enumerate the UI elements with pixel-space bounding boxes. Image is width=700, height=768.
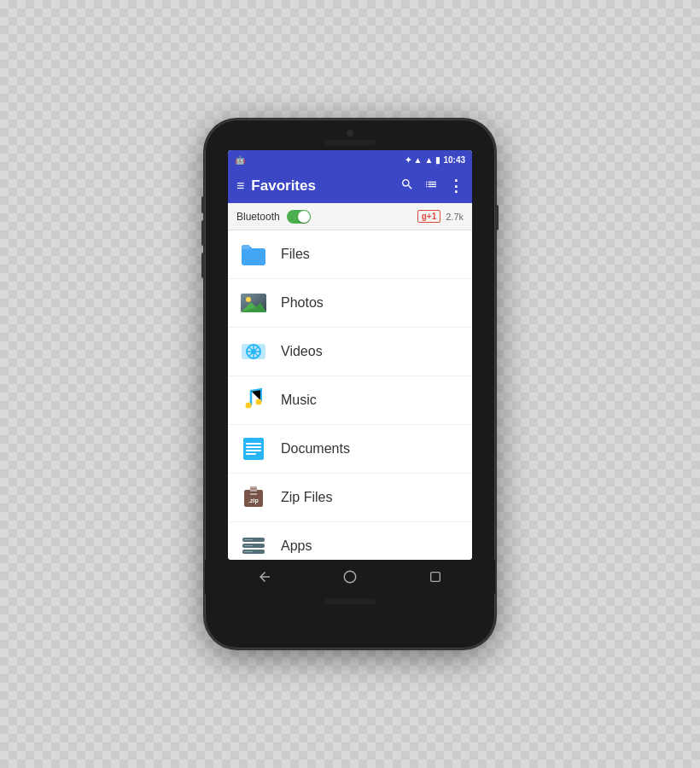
toolbar-action-icons: ⋮	[400, 177, 464, 195]
front-camera	[347, 130, 353, 137]
svg-rect-21	[246, 453, 256, 455]
favorites-menu-list: Files	[228, 230, 472, 560]
recents-button[interactable]	[423, 565, 447, 589]
apps-icon	[238, 531, 269, 560]
svg-point-15	[246, 403, 252, 409]
battery-icon: ▮	[435, 155, 440, 165]
phone-device: 🤖 ✦ ▲ ▲ ▮ 10:43 ≡ Favorites	[205, 119, 495, 649]
music-label: Music	[281, 393, 317, 408]
bottom-speaker	[324, 599, 376, 604]
volume-down-button[interactable]	[201, 220, 205, 246]
home-button[interactable]	[338, 565, 362, 589]
page-background: 🤖 ✦ ▲ ▲ ▮ 10:43 ≡ Favorites	[0, 0, 700, 768]
menu-item-files[interactable]: Files	[228, 230, 472, 279]
bluetooth-toggle[interactable]	[287, 210, 311, 224]
svg-rect-34	[244, 545, 253, 546]
svg-point-36	[344, 571, 356, 583]
status-bar: 🤖 ✦ ▲ ▲ ▮ 10:43	[228, 150, 472, 169]
svg-rect-28	[250, 490, 257, 492]
menu-item-photos[interactable]: Photos	[228, 279, 472, 328]
zip-icon: .zip	[238, 482, 269, 513]
photos-label: Photos	[281, 295, 324, 311]
svg-rect-17	[243, 438, 264, 460]
bluetooth-right: g+1 2.7k	[417, 210, 464, 223]
svg-text:.zip: .zip	[248, 497, 259, 504]
svg-point-5	[246, 297, 251, 302]
menu-item-documents[interactable]: Documents	[228, 425, 472, 474]
bluetooth-label: Bluetooth	[236, 211, 280, 223]
videos-label: Videos	[281, 344, 323, 359]
svg-rect-19	[246, 446, 261, 448]
bluetooth-status-icon: ✦	[405, 155, 411, 165]
zipfiles-label: Zip Files	[281, 490, 332, 505]
menu-item-zipfiles[interactable]: .zip Zip Files	[228, 474, 472, 522]
back-button[interactable]	[253, 565, 277, 589]
documents-icon	[238, 433, 269, 464]
phone-bottom	[205, 594, 495, 609]
documents-label: Documents	[281, 441, 350, 457]
svg-rect-37	[431, 573, 440, 582]
music-icon	[238, 385, 269, 416]
power-button[interactable]	[495, 205, 499, 230]
wifi-icon: ▲	[414, 155, 423, 165]
status-left-icons: 🤖	[235, 155, 245, 165]
photos-icon	[238, 288, 269, 318]
svg-rect-2	[242, 245, 250, 249]
files-label: Files	[281, 247, 310, 262]
android-icon: 🤖	[235, 155, 245, 165]
signal-icon: ▲	[425, 155, 434, 165]
svg-rect-18	[246, 443, 261, 445]
svg-rect-29	[250, 493, 257, 495]
more-options-button[interactable]: ⋮	[448, 177, 464, 195]
svg-rect-27	[250, 486, 257, 488]
view-toggle-button[interactable]	[424, 177, 438, 195]
menu-item-videos[interactable]: Videos	[228, 328, 472, 376]
files-icon	[238, 239, 269, 270]
vote-count: 2.7k	[446, 212, 464, 222]
bottom-navigation-bar	[205, 560, 495, 594]
menu-button[interactable]: ≡	[236, 178, 244, 194]
svg-point-16	[256, 399, 262, 405]
toggle-knob	[298, 211, 310, 223]
earpiece-speaker	[324, 140, 376, 145]
apps-label: Apps	[281, 538, 312, 554]
status-right-icons: ✦ ▲ ▲ ▮ 10:43	[405, 155, 465, 165]
bluetooth-left: Bluetooth	[236, 210, 311, 224]
phone-outer-shell: 🤖 ✦ ▲ ▲ ▮ 10:43 ≡ Favorites	[205, 119, 495, 649]
app-toolbar: ≡ Favorites ⋮	[228, 169, 472, 203]
phone-top	[205, 119, 495, 150]
bluetooth-bar: Bluetooth g+1 2.7k	[228, 203, 472, 230]
svg-rect-33	[244, 539, 253, 540]
silent-button[interactable]	[201, 253, 205, 278]
search-button[interactable]	[400, 177, 414, 195]
svg-rect-35	[244, 551, 253, 552]
volume-up-button[interactable]	[201, 196, 205, 213]
videos-icon	[238, 336, 269, 367]
menu-item-apps[interactable]: Apps	[228, 522, 472, 560]
menu-item-music[interactable]: Music	[228, 376, 472, 425]
google-plus-button[interactable]: g+1	[417, 210, 441, 223]
time-display: 10:43	[443, 155, 465, 165]
svg-rect-20	[246, 450, 261, 451]
screen: 🤖 ✦ ▲ ▲ ▮ 10:43 ≡ Favorites	[228, 150, 472, 560]
toolbar-title: Favorites	[251, 177, 394, 195]
